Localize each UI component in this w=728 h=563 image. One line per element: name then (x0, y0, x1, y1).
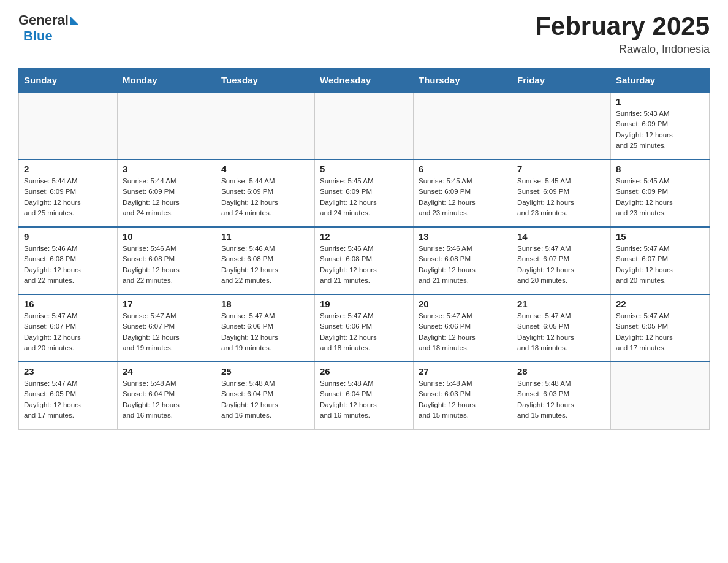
day-cell: 4Sunrise: 5:44 AM Sunset: 6:09 PM Daylig… (216, 159, 315, 227)
day-cell: 17Sunrise: 5:47 AM Sunset: 6:07 PM Dayli… (118, 294, 216, 362)
day-info: Sunrise: 5:47 AM Sunset: 6:07 PM Dayligh… (517, 243, 605, 286)
day-number: 27 (419, 366, 507, 377)
weekday-header-monday: Monday (118, 69, 216, 93)
day-number: 14 (517, 231, 605, 242)
day-cell: 16Sunrise: 5:47 AM Sunset: 6:07 PM Dayli… (19, 294, 118, 362)
week-row-4: 16Sunrise: 5:47 AM Sunset: 6:07 PM Dayli… (19, 294, 710, 362)
day-info: Sunrise: 5:48 AM Sunset: 6:04 PM Dayligh… (123, 378, 211, 421)
day-number: 15 (616, 231, 704, 242)
day-number: 19 (320, 299, 408, 309)
day-cell: 15Sunrise: 5:47 AM Sunset: 6:07 PM Dayli… (611, 227, 710, 294)
day-cell: 14Sunrise: 5:47 AM Sunset: 6:07 PM Dayli… (512, 227, 611, 294)
day-info: Sunrise: 5:48 AM Sunset: 6:03 PM Dayligh… (517, 378, 605, 421)
day-cell (315, 92, 414, 159)
week-row-2: 2Sunrise: 5:44 AM Sunset: 6:09 PM Daylig… (19, 159, 710, 227)
day-cell: 27Sunrise: 5:48 AM Sunset: 6:03 PM Dayli… (414, 362, 512, 429)
day-number: 8 (616, 164, 704, 174)
day-info: Sunrise: 5:46 AM Sunset: 6:08 PM Dayligh… (320, 243, 408, 286)
day-cell: 3Sunrise: 5:44 AM Sunset: 6:09 PM Daylig… (118, 159, 216, 227)
day-cell: 9Sunrise: 5:46 AM Sunset: 6:08 PM Daylig… (19, 227, 118, 294)
day-cell: 2Sunrise: 5:44 AM Sunset: 6:09 PM Daylig… (19, 159, 118, 227)
day-info: Sunrise: 5:45 AM Sunset: 6:09 PM Dayligh… (320, 176, 408, 218)
weekday-header-thursday: Thursday (414, 69, 512, 93)
day-cell: 26Sunrise: 5:48 AM Sunset: 6:04 PM Dayli… (315, 362, 414, 429)
day-cell: 22Sunrise: 5:47 AM Sunset: 6:05 PM Dayli… (611, 294, 710, 362)
day-info: Sunrise: 5:44 AM Sunset: 6:09 PM Dayligh… (24, 176, 112, 218)
day-number: 7 (517, 164, 605, 174)
title-section: February 2025 Rawalo, Indonesia (535, 12, 710, 56)
day-info: Sunrise: 5:45 AM Sunset: 6:09 PM Dayligh… (517, 176, 605, 218)
day-cell: 6Sunrise: 5:45 AM Sunset: 6:09 PM Daylig… (414, 159, 512, 227)
weekday-header-sunday: Sunday (19, 69, 118, 93)
day-info: Sunrise: 5:47 AM Sunset: 6:06 PM Dayligh… (320, 311, 408, 353)
day-cell: 18Sunrise: 5:47 AM Sunset: 6:06 PM Dayli… (216, 294, 315, 362)
day-cell (414, 92, 512, 159)
day-number: 18 (221, 299, 309, 309)
day-number: 5 (320, 164, 408, 174)
day-cell: 21Sunrise: 5:47 AM Sunset: 6:05 PM Dayli… (512, 294, 611, 362)
day-cell: 23Sunrise: 5:47 AM Sunset: 6:05 PM Dayli… (19, 362, 118, 429)
day-number: 12 (320, 231, 408, 242)
weekday-header-row: SundayMondayTuesdayWednesdayThursdayFrid… (19, 69, 710, 93)
weekday-header-wednesday: Wednesday (315, 69, 414, 93)
page-header: General Blue February 2025 Rawalo, Indon… (18, 12, 710, 56)
day-number: 10 (123, 231, 211, 242)
day-info: Sunrise: 5:46 AM Sunset: 6:08 PM Dayligh… (123, 243, 211, 286)
day-cell: 28Sunrise: 5:48 AM Sunset: 6:03 PM Dayli… (512, 362, 611, 429)
logo-arrow-icon (70, 17, 79, 25)
day-info: Sunrise: 5:47 AM Sunset: 6:05 PM Dayligh… (616, 311, 704, 353)
day-cell: 24Sunrise: 5:48 AM Sunset: 6:04 PM Dayli… (118, 362, 216, 429)
weekday-header-friday: Friday (512, 69, 611, 93)
day-info: Sunrise: 5:44 AM Sunset: 6:09 PM Dayligh… (123, 176, 211, 218)
day-info: Sunrise: 5:47 AM Sunset: 6:05 PM Dayligh… (517, 311, 605, 353)
day-cell: 13Sunrise: 5:46 AM Sunset: 6:08 PM Dayli… (414, 227, 512, 294)
day-info: Sunrise: 5:45 AM Sunset: 6:09 PM Dayligh… (616, 176, 704, 218)
weekday-header-tuesday: Tuesday (216, 69, 315, 93)
day-number: 21 (517, 299, 605, 309)
day-info: Sunrise: 5:47 AM Sunset: 6:06 PM Dayligh… (221, 311, 309, 353)
day-number: 13 (419, 231, 507, 242)
day-number: 23 (24, 366, 112, 377)
day-cell (611, 362, 710, 429)
day-cell: 25Sunrise: 5:48 AM Sunset: 6:04 PM Dayli… (216, 362, 315, 429)
day-number: 24 (123, 366, 211, 377)
day-info: Sunrise: 5:47 AM Sunset: 6:07 PM Dayligh… (123, 311, 211, 353)
day-info: Sunrise: 5:46 AM Sunset: 6:08 PM Dayligh… (419, 243, 507, 286)
day-cell (512, 92, 611, 159)
day-number: 17 (123, 299, 211, 309)
day-number: 28 (517, 366, 605, 377)
day-cell (216, 92, 315, 159)
day-info: Sunrise: 5:46 AM Sunset: 6:08 PM Dayligh… (221, 243, 309, 286)
week-row-1: 1Sunrise: 5:43 AM Sunset: 6:09 PM Daylig… (19, 92, 710, 159)
day-info: Sunrise: 5:47 AM Sunset: 6:07 PM Dayligh… (24, 311, 112, 353)
day-number: 4 (221, 164, 309, 174)
weekday-header-saturday: Saturday (611, 69, 710, 93)
day-cell: 20Sunrise: 5:47 AM Sunset: 6:06 PM Dayli… (414, 294, 512, 362)
day-cell: 7Sunrise: 5:45 AM Sunset: 6:09 PM Daylig… (512, 159, 611, 227)
day-number: 2 (24, 164, 112, 174)
day-info: Sunrise: 5:46 AM Sunset: 6:08 PM Dayligh… (24, 243, 112, 286)
day-number: 11 (221, 231, 309, 242)
day-number: 22 (616, 299, 704, 309)
day-number: 3 (123, 164, 211, 174)
day-cell: 1Sunrise: 5:43 AM Sunset: 6:09 PM Daylig… (611, 92, 710, 159)
day-info: Sunrise: 5:44 AM Sunset: 6:09 PM Dayligh… (221, 176, 309, 218)
day-cell: 19Sunrise: 5:47 AM Sunset: 6:06 PM Dayli… (315, 294, 414, 362)
day-number: 9 (24, 231, 112, 242)
day-info: Sunrise: 5:45 AM Sunset: 6:09 PM Dayligh… (419, 176, 507, 218)
week-row-3: 9Sunrise: 5:46 AM Sunset: 6:08 PM Daylig… (19, 227, 710, 294)
calendar-title: February 2025 (535, 12, 710, 40)
week-row-5: 23Sunrise: 5:47 AM Sunset: 6:05 PM Dayli… (19, 362, 710, 429)
day-number: 25 (221, 366, 309, 377)
logo: General Blue (18, 12, 79, 44)
day-number: 16 (24, 299, 112, 309)
day-info: Sunrise: 5:43 AM Sunset: 6:09 PM Dayligh… (616, 109, 704, 151)
calendar-table: SundayMondayTuesdayWednesdayThursdayFrid… (18, 68, 710, 430)
day-cell (118, 92, 216, 159)
logo-blue-text: Blue (23, 28, 53, 44)
day-cell: 5Sunrise: 5:45 AM Sunset: 6:09 PM Daylig… (315, 159, 414, 227)
day-info: Sunrise: 5:48 AM Sunset: 6:03 PM Dayligh… (419, 378, 507, 421)
calendar-subtitle: Rawalo, Indonesia (535, 43, 710, 56)
day-number: 6 (419, 164, 507, 174)
day-cell (19, 92, 118, 159)
